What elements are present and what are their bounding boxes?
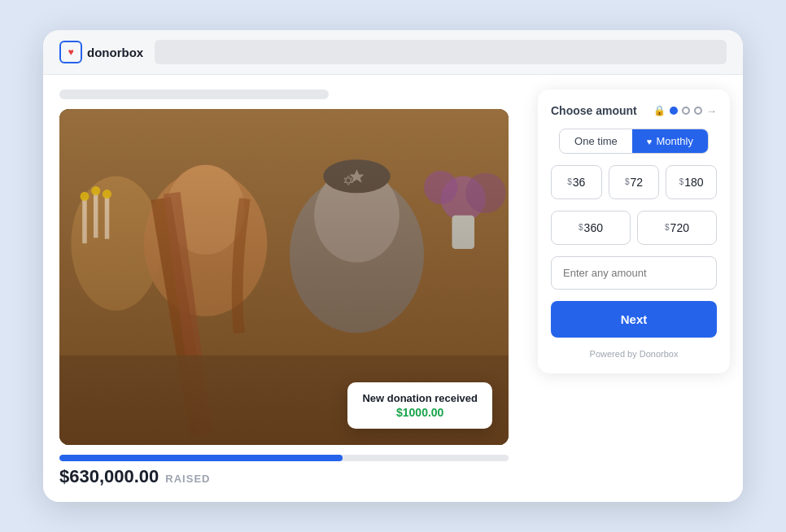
raised-text: $630,000.00 RAISED [59, 466, 509, 487]
amount-grid-row2: $ 360 $ 720 [551, 211, 717, 245]
powered-by: Powered by Donorbox [551, 349, 717, 359]
step-dot-1 [670, 107, 678, 115]
browser-window: ♥ donorbox [43, 30, 743, 502]
brand-logo: ♥ donorbox [59, 41, 143, 63]
card-header: Choose amount 🔒 → [551, 104, 717, 117]
hero-image: ✡ [59, 109, 509, 445]
logo-text: donorbox [87, 46, 143, 59]
one-time-button[interactable]: One time [560, 129, 632, 153]
amount-720-button[interactable]: $ 720 [637, 211, 717, 245]
amount-36-button[interactable]: $ 36 [551, 165, 602, 199]
notification-amount: $1000.00 [362, 406, 478, 419]
logo-icon: ♥ [59, 41, 82, 63]
heart-icon-small: ♥ [647, 137, 653, 146]
raised-amount: $630,000.00 [59, 466, 159, 487]
progress-bar-fill [59, 455, 343, 461]
progress-section: $630,000.00 RAISED [59, 455, 509, 487]
amount-360-button[interactable]: $ 360 [551, 211, 631, 245]
donation-card: Choose amount 🔒 → One time ♥ Monthly [538, 89, 730, 373]
donation-notification: New donation received $1000.00 [347, 382, 492, 429]
arrow-icon: → [706, 105, 717, 117]
amount-grid-row1: $ 36 $ 72 $ 180 [551, 165, 717, 199]
choose-amount-label: Choose amount [551, 104, 637, 117]
enter-amount-input[interactable] [551, 256, 717, 290]
step-dot-2 [682, 107, 690, 115]
monthly-button[interactable]: ♥ Monthly [632, 129, 708, 153]
lock-icon: 🔒 [653, 105, 666, 116]
left-panel: ✡ [43, 75, 525, 502]
heart-icon: ♥ [68, 46, 73, 58]
browser-content: ✡ [43, 75, 743, 502]
amount-72-button[interactable]: $ 72 [609, 165, 660, 199]
step-indicators: 🔒 → [653, 105, 717, 117]
next-button[interactable]: Next [551, 301, 717, 338]
step-dot-3 [694, 107, 702, 115]
progress-bar-container [59, 455, 509, 461]
notification-title: New donation received [362, 392, 478, 404]
browser-bar: ♥ donorbox [43, 30, 743, 75]
right-panel: Choose amount 🔒 → One time ♥ Monthly [525, 75, 743, 502]
frequency-toggle: One time ♥ Monthly [559, 129, 709, 154]
raised-label: RAISED [165, 473, 210, 485]
top-bar-placeholder [59, 89, 329, 99]
amount-180-button[interactable]: $ 180 [666, 165, 717, 199]
url-bar[interactable] [155, 40, 727, 64]
